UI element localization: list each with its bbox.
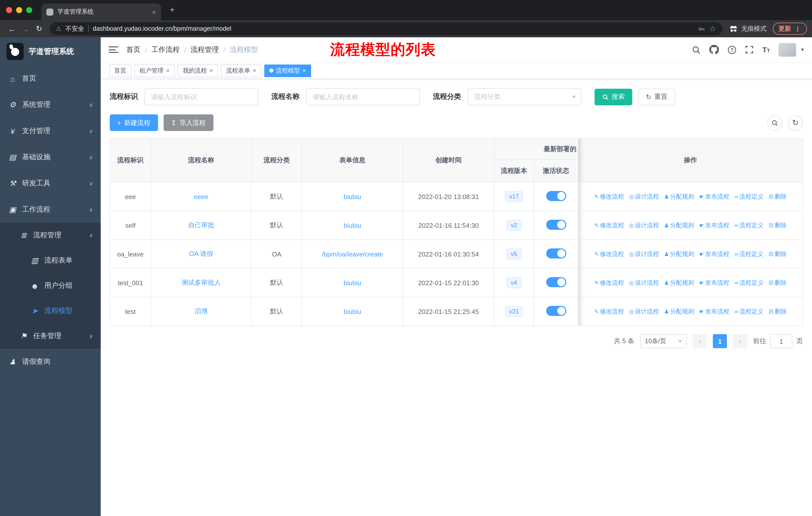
address-bar[interactable]: 不安全 dashboard.yudao.iocoder.cn/bpm/manag…: [50, 22, 722, 35]
search-icon[interactable]: [692, 45, 701, 54]
page-size-select[interactable]: 10条/页: [640, 334, 687, 348]
github-icon[interactable]: [709, 45, 719, 54]
reload-button[interactable]: [32, 22, 46, 35]
version-badge[interactable]: v4: [506, 277, 522, 288]
tag-process-model[interactable]: 流程模型: [264, 64, 311, 77]
sidebar-item-workflow[interactable]: 工作流程: [0, 196, 101, 223]
tag-home[interactable]: 首页: [109, 64, 132, 77]
avatar[interactable]: [779, 43, 796, 57]
font-size-icon[interactable]: TT: [762, 45, 770, 54]
tag-close-icon[interactable]: [253, 67, 256, 74]
breadcrumb-process-mgmt[interactable]: 流程管理: [191, 45, 219, 54]
page-1-button[interactable]: 1: [713, 334, 727, 348]
action-design[interactable]: 设计流程: [629, 250, 659, 257]
tab-close-icon[interactable]: [152, 8, 156, 16]
back-button[interactable]: [5, 22, 19, 35]
breadcrumb-workflow[interactable]: 工作流程: [151, 45, 180, 54]
action-design[interactable]: 设计流程: [629, 308, 659, 315]
breadcrumb-home[interactable]: 首页: [126, 45, 141, 54]
process-name-link[interactable]: 滔博: [195, 307, 208, 315]
toggle-search-button[interactable]: [767, 115, 782, 130]
tag-close-icon[interactable]: [209, 67, 213, 74]
avatar-caret-icon[interactable]: [801, 46, 804, 53]
forward-button[interactable]: [19, 22, 32, 35]
action-definition[interactable]: 流程定义: [734, 193, 764, 200]
browser-menu-icon[interactable]: [794, 25, 801, 32]
tag-close-icon[interactable]: [302, 67, 306, 74]
active-toggle[interactable]: [546, 191, 566, 201]
action-delete[interactable]: 删除: [769, 193, 787, 200]
key-icon[interactable]: [698, 25, 705, 32]
tag-my-process[interactable]: 我的流程: [178, 64, 218, 77]
form-link[interactable]: biubiu: [344, 279, 361, 287]
reset-button[interactable]: 重置: [638, 88, 675, 105]
action-modify[interactable]: 修改流程: [594, 221, 624, 228]
close-window-button[interactable]: [6, 7, 12, 13]
zoom-window-button[interactable]: [26, 7, 32, 13]
action-modify[interactable]: 修改流程: [594, 279, 624, 286]
form-link[interactable]: biubiu: [344, 193, 361, 200]
version-badge[interactable]: v21: [505, 306, 523, 317]
sidebar-item-devtools[interactable]: 研发工具: [0, 170, 101, 196]
action-publish[interactable]: 发布流程: [699, 308, 729, 315]
sidebar-item-system[interactable]: 系统管理: [0, 92, 101, 118]
action-delete[interactable]: 删除: [769, 279, 787, 286]
action-publish[interactable]: 发布流程: [699, 279, 729, 286]
tag-tenant[interactable]: 租户管理: [135, 64, 175, 77]
version-badge[interactable]: v5: [506, 248, 522, 260]
active-toggle[interactable]: [546, 219, 566, 229]
sidebar-item-payment[interactable]: 支付管理: [0, 118, 101, 144]
action-assign[interactable]: 分配规则: [664, 308, 694, 315]
next-page-button[interactable]: [733, 334, 747, 348]
action-modify[interactable]: 修改流程: [594, 193, 624, 200]
action-publish[interactable]: 发布流程: [699, 221, 729, 228]
sidebar-item-user-group[interactable]: 用户分组: [0, 273, 101, 298]
action-publish[interactable]: 发布流程: [699, 250, 729, 257]
process-category-select[interactable]: 流程分类: [468, 88, 581, 105]
bookmark-star-icon[interactable]: [709, 24, 716, 33]
process-name-link[interactable]: 测试多审批人: [181, 279, 221, 286]
fullscreen-icon[interactable]: [745, 45, 754, 54]
process-name-link[interactable]: 自己审批: [188, 221, 214, 229]
url-text[interactable]: dashboard.yudao.iocoder.cn/bpm/manager/m…: [93, 25, 231, 32]
active-toggle[interactable]: [546, 306, 566, 316]
tag-close-icon[interactable]: [166, 67, 170, 74]
tag-process-form[interactable]: 流程表单: [221, 64, 261, 77]
version-badge[interactable]: v2: [506, 220, 522, 231]
process-name-link[interactable]: eeee: [194, 193, 208, 200]
active-toggle[interactable]: [546, 277, 566, 287]
browser-tab[interactable]: 芋道管理系统: [41, 3, 161, 20]
version-badge[interactable]: v17: [505, 191, 523, 202]
process-name-input[interactable]: [306, 88, 420, 105]
refresh-table-button[interactable]: [788, 115, 803, 130]
action-definition[interactable]: 流程定义: [734, 221, 764, 228]
search-button[interactable]: 搜索: [594, 88, 632, 105]
action-publish[interactable]: 发布流程: [699, 193, 729, 200]
active-toggle[interactable]: [546, 248, 566, 258]
sidebar-item-leave-query[interactable]: 请假查询: [0, 349, 101, 375]
minimize-window-button[interactable]: [16, 7, 22, 13]
sidebar-item-process-model[interactable]: 流程模型: [0, 298, 101, 324]
action-definition[interactable]: 流程定义: [734, 308, 764, 315]
action-delete[interactable]: 删除: [769, 221, 787, 228]
action-delete[interactable]: 删除: [769, 308, 787, 315]
action-assign[interactable]: 分配规则: [664, 279, 694, 286]
form-link[interactable]: biubiu: [344, 308, 361, 315]
form-link[interactable]: biubiu: [344, 221, 361, 229]
action-delete[interactable]: 删除: [769, 250, 787, 257]
process-name-link[interactable]: OA 请假: [189, 250, 213, 257]
action-modify[interactable]: 修改流程: [594, 250, 624, 257]
action-design[interactable]: 设计流程: [629, 193, 659, 200]
sidebar-item-task-mgmt[interactable]: 任务管理: [0, 324, 101, 349]
action-assign[interactable]: 分配规则: [664, 221, 694, 228]
action-definition[interactable]: 流程定义: [734, 250, 764, 257]
action-modify[interactable]: 修改流程: [594, 308, 624, 315]
process-key-input[interactable]: [144, 88, 258, 105]
action-assign[interactable]: 分配规则: [664, 193, 694, 200]
prev-page-button[interactable]: [693, 334, 707, 348]
goto-page-input[interactable]: [770, 334, 792, 348]
create-process-button[interactable]: 新建流程: [110, 114, 158, 131]
action-design[interactable]: 设计流程: [629, 221, 659, 228]
action-assign[interactable]: 分配规则: [664, 250, 694, 257]
sidebar-item-infra[interactable]: 基础设施: [0, 144, 101, 170]
